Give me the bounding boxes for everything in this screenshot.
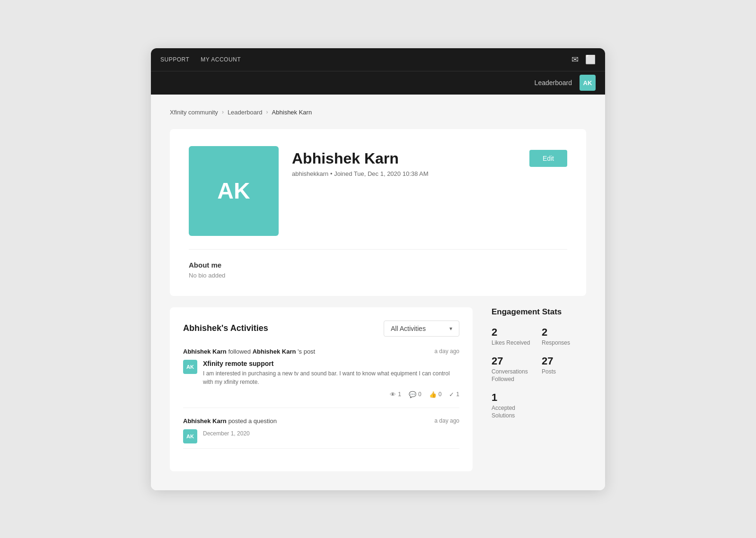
stat-responses: 2 Responses <box>542 326 586 347</box>
activity-action-2: posted a question <box>228 417 277 425</box>
stats-grid: 2 Likes Received 2 Responses 27 Conversa… <box>492 326 586 420</box>
breadcrumb-leaderboard[interactable]: Leaderboard <box>228 109 263 116</box>
comments-icon: 💬 <box>409 391 416 398</box>
activities-filter-dropdown[interactable]: All Activities ▾ <box>384 321 459 337</box>
filter-label: All Activities <box>391 325 426 332</box>
activity-description: Abhishek Karn followed Abhishek Karn 's … <box>183 348 315 355</box>
breadcrumb-current: Abhishek Karn <box>272 109 312 116</box>
about-title: About me <box>189 261 567 269</box>
profile-card: AK Abhishek Karn abhishekkarn • Joined T… <box>170 129 586 296</box>
stat-posts-label: Posts <box>542 368 586 376</box>
activity-description-2: Abhishek Karn posted a question <box>183 417 277 425</box>
engagement-stats: Engagement Stats 2 Likes Received 2 Resp… <box>492 307 586 420</box>
activity-likes-count: 0 <box>439 391 442 398</box>
stat-accepted-label: Accepted Solutions <box>492 405 536 419</box>
activity-stats-row: 👁 1 💬 0 👍 0 ✓ 1 <box>183 391 459 398</box>
activity-accepted-count: 1 <box>456 391 459 398</box>
user-avatar-badge[interactable]: AK <box>580 75 596 91</box>
about-text: No bio added <box>189 272 567 279</box>
breadcrumb-sep-2: › <box>266 109 268 115</box>
views-icon: 👁 <box>390 391 396 398</box>
breadcrumb: Xfinity community › Leaderboard › Abhish… <box>170 109 586 116</box>
activity-stat-comments: 💬 0 <box>409 391 422 398</box>
secondary-nav-content: Leaderboard AK <box>535 75 596 91</box>
monitor-icon[interactable]: ⬜ <box>585 54 596 65</box>
activity-avatar: AK <box>183 360 197 374</box>
activity-post-title[interactable]: Xfinity remote support <box>203 360 459 367</box>
about-section: About me No bio added <box>189 249 567 279</box>
activities-title: Abhishek's Activities <box>183 323 268 333</box>
activity-post-content-2: December 1, 2020 <box>203 429 459 438</box>
likes-icon: 👍 <box>429 391 437 398</box>
activity-header-line-2: Abhishek Karn posted a question a day ag… <box>183 417 459 425</box>
breadcrumb-sep-1: › <box>222 109 224 115</box>
stat-accepted-solutions: 1 Accepted Solutions <box>492 391 536 419</box>
secondary-nav: Leaderboard AK <box>151 71 605 95</box>
activity-stat-likes: 👍 0 <box>429 391 442 398</box>
mail-icon[interactable]: ✉ <box>571 54 579 65</box>
profile-joined: Joined Tue, Dec 1, 2020 10:38 AM <box>334 170 428 177</box>
activity-stat-views: 👁 1 <box>390 391 401 398</box>
activities-header: Abhishek's Activities All Activities ▾ <box>183 321 459 337</box>
activity-target: Abhishek Karn <box>253 348 296 355</box>
main-content: Xfinity community › Leaderboard › Abhish… <box>151 95 605 490</box>
stat-responses-number: 2 <box>542 326 586 338</box>
activity-post-2: AK December 1, 2020 <box>183 429 459 443</box>
profile-info: Abhishek Karn abhishekkarn • Joined Tue,… <box>292 150 429 191</box>
activity-action: followed <box>228 348 252 355</box>
activity-time-2: a day ago <box>434 417 459 424</box>
profile-name: Abhishek Karn <box>292 150 429 167</box>
profile-meta: abhishekkarn • Joined Tue, Dec 1, 2020 1… <box>292 170 429 177</box>
activity-user: Abhishek Karn <box>183 348 227 355</box>
activity-post: AK Xfinity remote support I am intereste… <box>183 360 459 386</box>
stat-conversations-number: 27 <box>492 355 536 367</box>
activity-comments-count: 0 <box>418 391 422 398</box>
stat-conversations-label: Conversations Followed <box>492 368 536 383</box>
stat-accepted-number: 1 <box>492 391 536 404</box>
edit-button[interactable]: Edit <box>529 150 567 167</box>
stat-likes-received-number: 2 <box>492 326 536 338</box>
activities-main: Abhishek's Activities All Activities ▾ A… <box>170 307 473 471</box>
profile-username: abhishekkarn <box>292 170 328 177</box>
activity-item: Abhishek Karn followed Abhishek Karn 's … <box>183 348 459 408</box>
activity-post-content: Xfinity remote support I am interested i… <box>203 360 459 386</box>
top-nav-left: SUPPORT MY ACCOUNT <box>160 56 241 63</box>
activity-header-line: Abhishek Karn followed Abhishek Karn 's … <box>183 348 459 355</box>
activity-post-date: December 1, 2020 <box>203 429 459 438</box>
nav-my-account[interactable]: MY ACCOUNT <box>201 56 241 63</box>
browser-frame: SUPPORT MY ACCOUNT ✉ ⬜ Leaderboard AK Xf… <box>151 48 605 490</box>
profile-joined-separator: • <box>330 170 334 177</box>
accepted-icon: ✓ <box>449 391 454 398</box>
activity-time: a day ago <box>434 348 459 355</box>
activities-section: Abhishek's Activities All Activities ▾ A… <box>170 307 586 471</box>
stat-responses-label: Responses <box>542 339 586 347</box>
activity-stat-accepted: ✓ 1 <box>449 391 459 398</box>
activity-item-2: Abhishek Karn posted a question a day ag… <box>183 417 459 449</box>
activity-user-2: Abhishek Karn <box>183 417 227 425</box>
breadcrumb-xfinity-community[interactable]: Xfinity community <box>170 109 218 116</box>
top-nav-icons: ✉ ⬜ <box>571 54 596 65</box>
engagement-title: Engagement Stats <box>492 307 586 317</box>
stat-conversations-followed: 27 Conversations Followed <box>492 355 536 383</box>
activity-views-count: 1 <box>398 391 401 398</box>
profile-avatar: AK <box>189 146 279 236</box>
stat-posts: 27 Posts <box>542 355 586 383</box>
activity-post-suffix: 's post <box>298 348 315 355</box>
top-nav: SUPPORT MY ACCOUNT ✉ ⬜ <box>151 48 605 71</box>
leaderboard-link[interactable]: Leaderboard <box>535 79 572 87</box>
activity-post-text: I am interested in purchasing a new tv a… <box>203 369 459 386</box>
stat-posts-number: 27 <box>542 355 586 367</box>
chevron-down-icon: ▾ <box>449 325 452 332</box>
nav-support[interactable]: SUPPORT <box>160 56 189 63</box>
activity-avatar-2: AK <box>183 429 197 443</box>
stat-likes-received-label: Likes Received <box>492 339 536 347</box>
stat-likes-received: 2 Likes Received <box>492 326 536 347</box>
